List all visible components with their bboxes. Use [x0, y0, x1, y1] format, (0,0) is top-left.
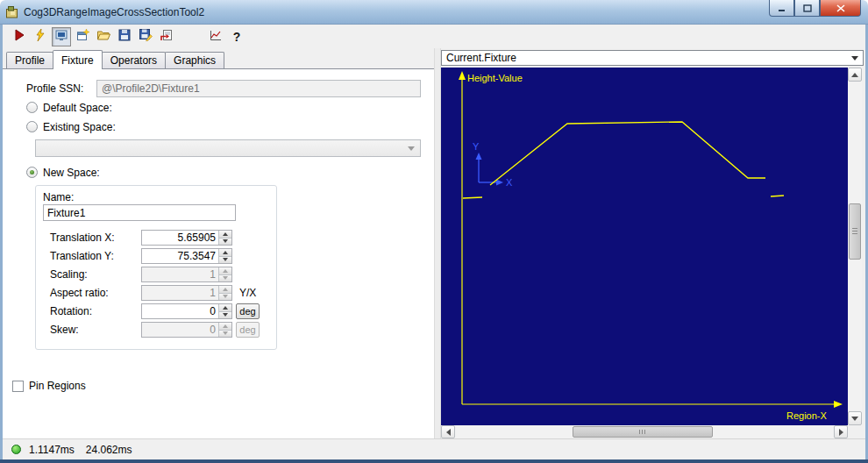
display-selector-value: Current.Fixture [446, 52, 848, 64]
maximize-button[interactable] [794, 0, 820, 17]
translation-x-input[interactable] [142, 231, 218, 245]
translation-x-label: Translation X: [50, 232, 115, 244]
translation-y-input[interactable] [142, 249, 218, 263]
name-label: Name: [43, 191, 74, 203]
aspect-ratio-label: Aspect ratio: [50, 287, 109, 299]
pin-regions-checkbox[interactable]: Pin Regions [12, 380, 86, 392]
existing-space-label: Existing Space: [43, 121, 116, 133]
question-icon: ? [233, 30, 241, 44]
lightning-icon [33, 28, 47, 45]
main-area: Profile Fixture Operators Graphics Profi… [3, 48, 865, 438]
skew-spinner [141, 322, 232, 338]
spin-up-icon [219, 267, 231, 274]
scaling-label: Scaling: [50, 268, 88, 281]
display-selector-combo[interactable]: Current.Fixture [441, 50, 864, 66]
horizontal-scroll-thumb[interactable] [573, 426, 713, 438]
spinner-buttons[interactable] [218, 231, 231, 245]
spin-down-icon[interactable] [219, 256, 231, 264]
existing-space-combo [35, 139, 421, 157]
scroll-down-icon[interactable] [848, 411, 862, 425]
new-window-button[interactable] [73, 27, 92, 46]
spinner-buttons[interactable] [218, 249, 231, 263]
help-button[interactable]: ? [227, 27, 246, 46]
marker-y-label: Y [473, 141, 480, 152]
close-button[interactable] [820, 0, 861, 17]
import-page-icon [160, 28, 174, 45]
run-button[interactable] [10, 27, 29, 46]
y-axis-label: Height-Value [467, 73, 523, 83]
aspect-ratio-spinner [141, 285, 232, 301]
spin-up-icon [219, 323, 231, 330]
floppy-pencil-icon [139, 28, 153, 45]
rotation-input[interactable] [142, 304, 218, 318]
save-as-button[interactable] [136, 27, 155, 46]
titlebar[interactable]: Cog3DRangeImageCrossSectionTool2 [0, 0, 868, 25]
spin-up-icon[interactable] [219, 231, 231, 238]
scaling-spinner [141, 267, 232, 282]
scroll-right-icon[interactable] [834, 425, 848, 438]
tab-operators[interactable]: Operators [102, 52, 166, 68]
chevron-down-icon [851, 56, 858, 61]
x-axis-arrow [834, 401, 843, 408]
window-frame-bottom [0, 459, 868, 463]
aspect-ratio-unit: Y/X [239, 287, 256, 299]
display-pane: Current.Fixture Height-Value Region-X [441, 48, 865, 438]
existing-space-radio[interactable]: Existing Space: [26, 120, 116, 133]
name-input[interactable] [43, 204, 236, 221]
spinner-buttons [218, 267, 231, 281]
vertical-scroll-thumb[interactable] [849, 203, 861, 260]
translation-y-spinner[interactable] [141, 248, 232, 264]
horizontal-scrollbar[interactable] [441, 425, 848, 438]
rotation-spinner[interactable] [141, 303, 232, 319]
folder-open-icon [96, 28, 110, 45]
profile-ssn-label: Profile SSN: [26, 82, 83, 95]
tab-graphics[interactable]: Graphics [165, 52, 224, 68]
toolbar: ? [3, 25, 865, 48]
spin-down-icon [219, 330, 231, 338]
status-led [11, 445, 21, 454]
monitor-icon [54, 28, 68, 45]
electric-run-button[interactable] [31, 27, 50, 46]
profile-scope-button[interactable] [206, 27, 225, 46]
spin-up-icon[interactable] [219, 249, 231, 256]
radio-circle-checked [26, 167, 38, 178]
import-button[interactable] [157, 27, 176, 46]
rotation-unit-button[interactable]: deg [236, 303, 260, 319]
spin-down-icon[interactable] [219, 311, 231, 319]
play-icon [12, 28, 26, 45]
marker-x-label: X [506, 177, 513, 188]
scroll-left-icon[interactable] [441, 425, 455, 438]
scroll-up-icon[interactable] [848, 68, 862, 82]
tool-edit-window: Cog3DRangeImageCrossSectionTool2 [0, 0, 868, 463]
tab-profile[interactable]: Profile [6, 52, 53, 68]
pane-splitter[interactable] [434, 48, 441, 438]
window-controls [769, 0, 861, 17]
checkbox-box [12, 381, 24, 392]
translation-x-spinner[interactable] [141, 230, 232, 246]
spin-down-icon [219, 274, 231, 282]
status-time-1: 1.1147ms [29, 444, 75, 456]
spinner-buttons[interactable] [218, 304, 231, 318]
left-pane: Profile Fixture Operators Graphics Profi… [3, 48, 434, 438]
chevron-down-icon [408, 146, 415, 151]
radio-circle [26, 102, 38, 113]
window-title: Cog3DRangeImageCrossSectionTool2 [24, 6, 204, 18]
default-space-label: Default Space: [43, 102, 112, 114]
rotation-label: Rotation: [50, 305, 92, 317]
tab-fixture[interactable]: Fixture [53, 50, 103, 69]
spin-down-icon[interactable] [219, 238, 231, 246]
new-space-group: Name: Translation X: Translation Y: Scal… [35, 185, 277, 350]
fixture-tab-panel: Profile SSN: Default Space: Existing Spa… [3, 68, 434, 438]
spin-up-icon[interactable] [219, 304, 231, 311]
default-space-radio[interactable]: Default Space: [26, 101, 112, 114]
minimize-button[interactable] [769, 0, 794, 17]
scope-icon [209, 28, 223, 45]
new-space-radio[interactable]: New Space: [26, 166, 100, 179]
window-frame-left [0, 25, 3, 463]
profile-ssn-field [96, 80, 421, 97]
vertical-scrollbar[interactable] [848, 68, 862, 425]
profile-display[interactable]: Height-Value Region-X Y X [441, 68, 848, 425]
display-toggle-button[interactable] [52, 27, 71, 46]
open-file-button[interactable] [94, 27, 113, 46]
save-button[interactable] [115, 27, 134, 46]
